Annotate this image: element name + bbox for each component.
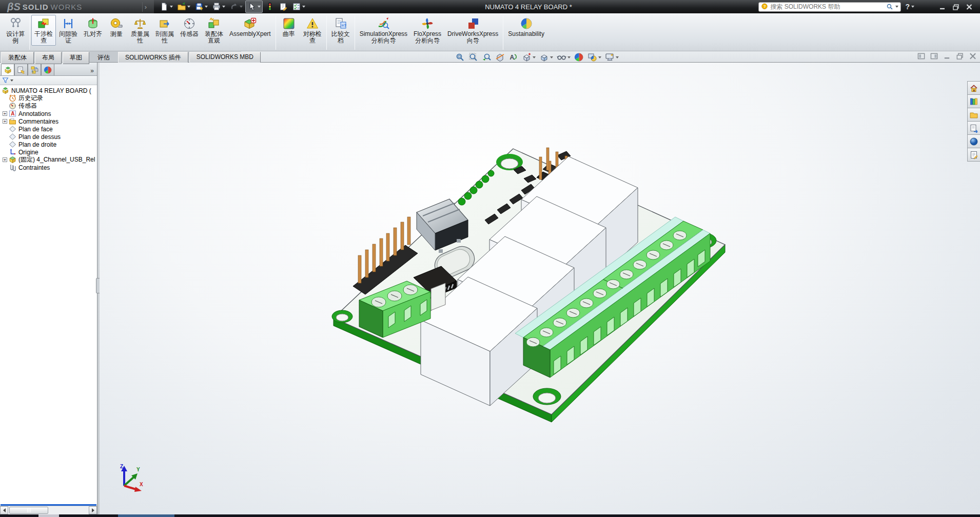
rebuild-button[interactable]	[264, 1, 276, 12]
help-button[interactable]: ?	[905, 3, 914, 11]
expand-toggle[interactable]: +	[3, 119, 7, 124]
ribbon-interference-detection[interactable]: 干涉检 查	[31, 15, 56, 46]
ribbon-sensors[interactable]: 传感器	[177, 15, 202, 39]
search-input[interactable]	[770, 3, 884, 10]
options-button[interactable]	[277, 1, 289, 12]
file-explorer-tab[interactable]	[967, 108, 980, 122]
ribbon-sustainability[interactable]: Sustainability	[505, 15, 547, 39]
dropdown-caret[interactable]	[567, 56, 571, 58]
search-box[interactable]: ?	[758, 2, 901, 12]
tree-item[interactable]: Plan de face	[0, 125, 97, 133]
tab-布局[interactable]: 布局	[35, 52, 62, 64]
panel-tabs-more[interactable]: »	[88, 67, 96, 75]
dropdown-caret[interactable]	[598, 56, 601, 58]
dropdown-caret[interactable]	[616, 56, 619, 58]
tree-item[interactable]: Plan de dessus	[0, 133, 97, 141]
scroll-left-button[interactable]	[0, 506, 8, 514]
dropdown-caret[interactable]	[187, 6, 190, 8]
dropdown-caret[interactable]	[550, 56, 553, 58]
tree-item[interactable]: +AAnnotations	[0, 110, 97, 117]
dropdown-caret[interactable]	[258, 6, 261, 8]
show-dual-pane-button[interactable]	[930, 52, 938, 60]
dropdown-caret[interactable]	[205, 6, 208, 8]
tree-item[interactable]: +Commentaires	[0, 117, 97, 125]
tree-item[interactable]: 历史记录	[0, 94, 97, 102]
print-button[interactable]	[210, 1, 227, 12]
edit-appearance[interactable]	[573, 52, 585, 63]
apply-scene[interactable]	[586, 52, 602, 63]
logo-expand-chevron[interactable]: ›	[142, 2, 149, 12]
dropdown-caret[interactable]	[302, 6, 305, 8]
solidworks-resources-tab[interactable]	[967, 81, 980, 95]
custom-properties-tab[interactable]	[967, 148, 980, 162]
tree-item[interactable]: Contraintes	[0, 164, 97, 171]
file-properties-button[interactable]	[290, 1, 307, 12]
open-document-button[interactable]	[175, 1, 192, 12]
undo-button[interactable]	[228, 1, 244, 12]
displaymanager-tab[interactable]	[41, 64, 54, 75]
ribbon-symmetry-check[interactable]: 对称检 查	[300, 15, 325, 46]
tab-装配体[interactable]: 装配体	[1, 52, 34, 64]
tab-草图[interactable]: 草图	[63, 52, 89, 64]
search-dropdown-caret[interactable]	[895, 6, 898, 8]
zoom-to-fit[interactable]	[454, 52, 466, 63]
ribbon-assemblyxpert[interactable]: AssemblyXpert	[226, 15, 274, 39]
expand-toggle[interactable]: +	[3, 111, 7, 116]
ribbon-curvature[interactable]: 曲率	[278, 15, 300, 39]
design-library-tab[interactable]	[967, 94, 980, 108]
graphics-viewport[interactable]: Z Y X	[100, 63, 980, 514]
document-minimize-button[interactable]	[943, 52, 951, 60]
view-settings[interactable]	[604, 52, 620, 63]
new-document-button[interactable]	[158, 1, 174, 12]
ribbon-driveworksxpress-wizard[interactable]: DriveWorksXpress 向导	[444, 15, 501, 46]
scrollbar-thumb[interactable]	[9, 507, 48, 514]
restore-button[interactable]	[952, 4, 959, 10]
tree-filter-row[interactable]	[0, 76, 97, 85]
display-style[interactable]	[538, 52, 554, 63]
filter-dropdown-caret[interactable]	[10, 79, 13, 82]
scroll-right-button[interactable]	[89, 506, 97, 514]
hide-show-items[interactable]	[556, 52, 572, 63]
previous-view[interactable]	[481, 52, 493, 63]
ribbon-design-study[interactable]: 设计算 例	[3, 15, 28, 46]
ribbon-compare-documents[interactable]: =?比较文 档	[328, 15, 353, 46]
view-orientation[interactable]	[521, 52, 537, 63]
configurationmanager-tab[interactable]	[28, 64, 41, 75]
section-view[interactable]	[494, 52, 506, 63]
appearances-scenes-tab[interactable]	[967, 134, 980, 148]
propertymanager-tab[interactable]	[14, 64, 28, 75]
search-icon[interactable]	[886, 3, 893, 10]
help-dropdown-caret[interactable]	[911, 6, 914, 8]
tree-horizontal-scrollbar[interactable]	[0, 506, 97, 514]
tree-item[interactable]: 传感器	[0, 102, 97, 110]
close-button[interactable]	[966, 4, 973, 10]
ribbon-floxpress-wizard[interactable]: FloXpress 分析向导	[410, 15, 444, 46]
view-palette-tab[interactable]	[967, 121, 980, 135]
expand-toggle[interactable]: +	[3, 157, 7, 162]
show-feature-pane-button[interactable]	[917, 52, 926, 60]
minimize-button[interactable]	[939, 4, 946, 10]
tree-item[interactable]: Plan de droite	[0, 141, 97, 148]
save-document-button[interactable]	[193, 1, 209, 12]
tree-item[interactable]: Origine	[0, 148, 97, 156]
dropdown-caret[interactable]	[170, 6, 173, 8]
document-close-button[interactable]	[969, 52, 977, 60]
ribbon-section-properties[interactable]: 剖面属 性	[152, 15, 177, 46]
tree-item[interactable]: NUMATO 4 RELAY BOARD (	[0, 87, 97, 94]
document-restore-button[interactable]	[956, 52, 964, 60]
dropdown-caret[interactable]	[222, 6, 225, 8]
dropdown-caret[interactable]	[533, 56, 536, 58]
zoom-to-area[interactable]	[467, 52, 479, 63]
ribbon-simulationxpress-wizard[interactable]: SimulationXpress 分析向导	[357, 15, 410, 46]
ribbon-mass-properties[interactable]: 质量属 性	[128, 15, 152, 46]
annotation-views[interactable]: A	[507, 52, 519, 63]
ribbon-hole-alignment[interactable]: 孔对齐	[81, 15, 105, 39]
ribbon-measure[interactable]: 测量	[105, 15, 128, 39]
scrollbar-track[interactable]	[8, 506, 89, 514]
dropdown-caret[interactable]	[240, 6, 243, 8]
tree-item[interactable]: +(固定) 4_Channel_USB_Rel	[0, 156, 97, 164]
ribbon-assembly-visualization[interactable]: 装配体 直观	[202, 15, 226, 46]
select-tool-button[interactable]	[245, 1, 263, 13]
ribbon-clearance-verification[interactable]: 间隙验 证	[56, 15, 81, 46]
3d-model-canvas[interactable]	[100, 63, 980, 514]
